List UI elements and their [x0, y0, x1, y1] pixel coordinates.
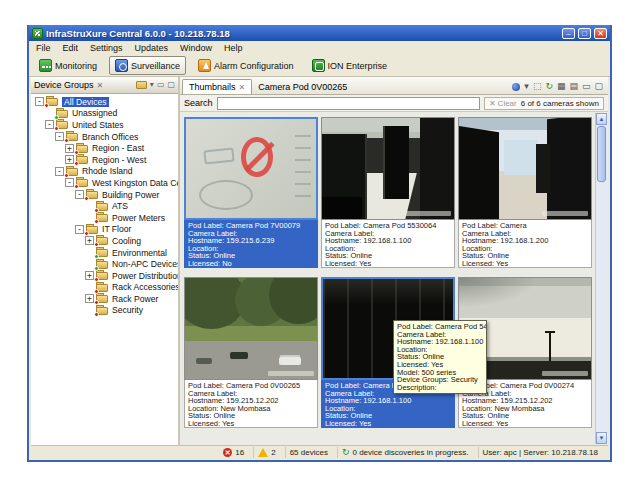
camera-card-3[interactable]: Pod Label: Camera Camera Label: Hostname… — [458, 117, 592, 268]
alarm-configuration-label: Alarm Configuration — [214, 61, 294, 71]
folder-icon — [96, 248, 109, 257]
search-input[interactable] — [217, 97, 480, 110]
tree-item-branch-offices[interactable]: - Branch Offices — [33, 131, 178, 143]
menu-file[interactable]: File — [30, 42, 57, 54]
scroll-down-icon[interactable]: ▼ — [596, 432, 607, 444]
menu-updates[interactable]: Updates — [129, 42, 175, 54]
tree-item-cooling[interactable]: + Cooling — [33, 235, 178, 247]
surveillance-button[interactable]: Surveillance — [109, 56, 186, 75]
device-groups-panel: Device Groups ✕ ▾ ▭ ▢ - All Devices — [31, 77, 180, 445]
add-device-group-icon[interactable] — [136, 81, 147, 89]
warning-status[interactable]: 2 — [253, 447, 279, 458]
expand-toggle-icon[interactable]: - — [35, 97, 44, 106]
timestamp-overlay — [268, 371, 314, 376]
tree-item-environmental[interactable]: Environmental — [33, 247, 178, 259]
panel-minimize-icon[interactable]: ▭ — [157, 81, 165, 89]
camera-card-2[interactable]: Pod Label: Camera Pod 5530064 Camera Lab… — [321, 117, 455, 268]
camera-card-1[interactable]: Pod Label: Camera Pod 7V00079 Camera Lab… — [184, 117, 318, 268]
close-button[interactable]: ✕ — [594, 28, 607, 39]
expand-toggle-icon[interactable]: + — [85, 236, 94, 245]
tree-item-ats[interactable]: ATS — [33, 200, 178, 212]
error-status[interactable]: ✕ 16 — [219, 447, 248, 458]
folder-icon — [86, 190, 99, 199]
panel-maximize-icon[interactable]: ▢ — [167, 81, 175, 89]
tree-item-united-states[interactable]: - United States — [33, 119, 178, 131]
expand-toggle-icon[interactable]: - — [75, 190, 84, 199]
refresh-icon[interactable]: ↻ — [545, 82, 553, 91]
tab-close-icon[interactable]: ✕ — [239, 83, 246, 92]
no-entry-marking — [241, 137, 273, 177]
vertical-scrollbar[interactable]: ▲ ▼ — [595, 113, 607, 444]
list-view-icon[interactable]: ▤ — [569, 82, 578, 91]
search-label: Search — [184, 98, 213, 108]
expand-toggle-icon[interactable]: + — [85, 294, 94, 303]
expand-toggle-icon[interactable]: - — [55, 132, 64, 141]
status-bar: ✕ 16 2 65 devices ↻ 0 device discoveries… — [31, 445, 608, 458]
menu-edit[interactable]: Edit — [57, 42, 85, 54]
view-maximize-icon[interactable]: ▢ — [594, 82, 603, 91]
tree-item-power-meters[interactable]: Power Meters — [33, 212, 178, 224]
tree-item-it-floor[interactable]: - IT Floor — [33, 224, 178, 236]
tree-item-rhode-island[interactable]: - Rhode Island — [33, 166, 178, 178]
alarm-configuration-button[interactable]: Alarm Configuration — [192, 56, 300, 75]
grid-view-icon[interactable]: ▦ — [557, 82, 566, 91]
scroll-up-icon[interactable]: ▲ — [596, 113, 607, 125]
tab-camera-pod[interactable]: Camera Pod 0V00265 — [252, 80, 353, 94]
camera-thumbnail-grid: Pod Label: Camera Pod 7V00079 Camera Lab… — [180, 112, 608, 445]
clear-filter-button[interactable]: ✕ Clear — [489, 99, 517, 108]
tab-thumbnails-label: Thumbnails — [189, 82, 236, 92]
select-region-icon[interactable]: ⬚ — [533, 82, 542, 91]
user-server-text: User: apc | Server: 10.218.78.18 — [483, 448, 598, 457]
timestamp-overlay — [542, 371, 588, 376]
ion-enterprise-button[interactable]: ION Enterprise — [306, 56, 394, 75]
tree-item-rack-accessories[interactable]: Rack Accessories — [33, 282, 178, 294]
expand-toggle-icon[interactable]: + — [65, 144, 74, 153]
tree-item-non-apc-devices[interactable]: Non-APC Devices — [33, 258, 178, 270]
panel-close-icon[interactable]: ✕ — [97, 81, 104, 90]
expand-toggle-icon[interactable]: - — [55, 167, 64, 176]
timestamp-overlay — [542, 211, 588, 216]
folder-icon — [96, 271, 109, 280]
menu-help[interactable]: Help — [218, 42, 249, 54]
expand-toggle-icon[interactable]: + — [85, 271, 94, 280]
tree-item-region-west[interactable]: + Region - West — [33, 154, 178, 166]
camera-thumbnail-image-whiteboard[interactable] — [184, 117, 318, 220]
scrollbar-thumb[interactable] — [597, 126, 606, 182]
expand-toggle-icon[interactable]: - — [45, 120, 54, 129]
folder-icon — [96, 213, 109, 222]
expand-toggle-icon[interactable]: - — [65, 178, 74, 187]
maximize-button[interactable]: □ — [578, 28, 591, 39]
folder-icon — [46, 97, 59, 106]
camera-tooltip: Pod Label: Camera Pod 5480576 Camera Lab… — [393, 320, 487, 394]
camera-count-text: 6 of 6 cameras shown — [521, 99, 599, 108]
expand-toggle-icon[interactable]: - — [75, 225, 84, 234]
discovery-icon: ↻ — [342, 448, 350, 457]
tree-item-unassigned[interactable]: Unassigned — [33, 108, 178, 120]
expand-toggle-icon[interactable]: + — [65, 155, 74, 164]
tab-thumbnails[interactable]: Thumbnails ✕ — [182, 79, 252, 94]
tree-item-building-power[interactable]: - Building Power — [33, 189, 178, 201]
dropdown-arrow-icon[interactable]: ▾ — [524, 82, 529, 91]
camera-menu-icon[interactable] — [512, 83, 520, 91]
title-bar: InfraStruXure Central 6.0.0 - 10.218.78.… — [29, 25, 610, 41]
user-server-status: User: apc | Server: 10.218.78.18 — [478, 447, 602, 458]
monitoring-button[interactable]: Monitoring — [33, 56, 103, 75]
tree-item-security[interactable]: Security — [33, 305, 178, 317]
search-bar: Search ✕ Clear 6 of 6 cameras shown — [180, 95, 608, 112]
menu-window[interactable]: Window — [174, 42, 218, 54]
menu-settings[interactable]: Settings — [84, 42, 129, 54]
tree-item-power-distribution[interactable]: + Power Distribution — [33, 270, 178, 282]
view-minimize-icon[interactable]: ▭ — [582, 82, 591, 91]
tree-item-all-devices[interactable]: - All Devices — [33, 96, 178, 108]
camera-thumbnail-image-parking-lot[interactable] — [184, 277, 318, 380]
camera-card-4[interactable]: Pod Label: Camera Pod 0V00265 Camera Lab… — [184, 277, 318, 428]
minimize-button[interactable]: – — [562, 28, 575, 39]
tree-item-west-kingston[interactable]: - West Kingston Data Center — [33, 177, 178, 189]
camera-thumbnail-image-server-room[interactable] — [321, 117, 455, 220]
tree-item-rack-power[interactable]: + Rack Power — [33, 293, 178, 305]
folder-icon — [96, 260, 109, 269]
camera-thumbnail-image-rack-aisle[interactable] — [458, 117, 592, 220]
view-menu-icon[interactable]: ▾ — [150, 81, 154, 89]
tree-item-region-east[interactable]: + Region - East — [33, 142, 178, 154]
timestamp-overlay — [405, 211, 451, 216]
